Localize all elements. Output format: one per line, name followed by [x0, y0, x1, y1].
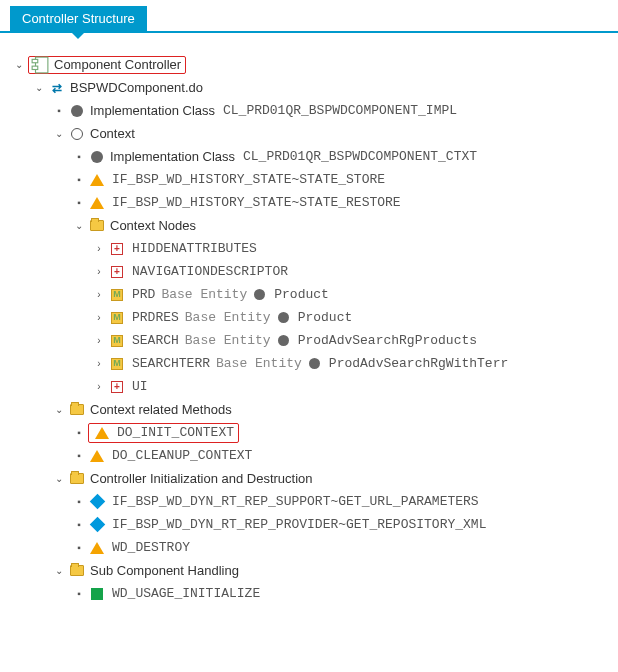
node-method[interactable]: IF_BSP_WD_DYN_RT_REP_PROVIDER~GET_REPOSI… [12, 513, 618, 536]
bullet-icon [72, 519, 86, 530]
method-name: IF_BSP_WD_DYN_RT_REP_SUPPORT~GET_URL_PAR… [108, 494, 479, 509]
base-entity-label: Base Entity [181, 333, 271, 348]
twisty-icon[interactable]: ⌄ [12, 59, 26, 70]
svg-rect-2 [32, 66, 38, 69]
expand-icon[interactable]: › [92, 335, 106, 346]
class-icon [68, 103, 86, 119]
node-method[interactable]: IF_BSP_WD_HISTORY_STATE~STATE_STORE [12, 168, 618, 191]
twisty-icon[interactable]: ⌄ [52, 473, 66, 484]
class-icon [309, 358, 320, 369]
expand-icon[interactable]: › [92, 312, 106, 323]
item-name: PRDRES [128, 310, 179, 325]
node-method[interactable]: WD_USAGE_INITIALIZE [12, 582, 618, 605]
node-label: Component Controller [52, 57, 183, 72]
twisty-icon[interactable]: ⌄ [52, 404, 66, 415]
method-name: WD_DESTROY [108, 540, 190, 555]
folder-icon [68, 563, 86, 579]
bullet-icon [72, 151, 86, 162]
item-name: PRD [128, 287, 155, 302]
expand-icon[interactable]: › [92, 243, 106, 254]
twisty-icon[interactable]: ⌄ [52, 128, 66, 139]
folder-icon [68, 402, 86, 418]
diamond-icon [88, 494, 106, 510]
tab-controller-structure[interactable]: Controller Structure [10, 6, 147, 31]
expand-icon[interactable]: › [92, 358, 106, 369]
class-icon [278, 312, 289, 323]
node-impl-class[interactable]: Implementation Class CL_PRD01QR_BSPWDCOM… [12, 99, 618, 122]
class-icon [278, 335, 289, 346]
node-label: Implementation Class [88, 103, 217, 118]
base-entity-label: Base Entity [181, 310, 271, 325]
context-node-item[interactable]: › + NAVIGATIONDESCRIPTOR [12, 260, 618, 283]
tab-bar: Controller Structure [0, 0, 618, 33]
twisty-icon[interactable]: ⌄ [72, 220, 86, 231]
context-node-item[interactable]: › M PRD Base Entity Product [12, 283, 618, 306]
node-context-impl[interactable]: Implementation Class CL_PRD01QR_BSPWDCOM… [12, 145, 618, 168]
bullet-icon [72, 174, 86, 185]
context-node-item[interactable]: › + HIDDENATTRIBUTES [12, 237, 618, 260]
node-method[interactable]: IF_BSP_WD_DYN_RT_REP_SUPPORT~GET_URL_PAR… [12, 490, 618, 513]
entity-name: Product [270, 287, 329, 302]
diamond-icon [88, 517, 106, 533]
node-context-methods[interactable]: ⌄ Context related Methods [12, 398, 618, 421]
method-name: IF_BSP_WD_HISTORY_STATE~STATE_STORE [108, 172, 385, 187]
entity-name: ProdAdvSearchRgProducts [294, 333, 477, 348]
item-name: SEARCHTERR [128, 356, 210, 371]
item-name: HIDDENATTRIBUTES [128, 241, 257, 256]
method-name: WD_USAGE_INITIALIZE [108, 586, 260, 601]
method-name: IF_BSP_WD_DYN_RT_REP_PROVIDER~GET_REPOSI… [108, 517, 486, 532]
bullet-icon [72, 496, 86, 507]
bullet-icon [52, 105, 66, 116]
twisty-icon[interactable]: ⌄ [32, 82, 46, 93]
component-icon [31, 57, 49, 73]
plus-icon: + [108, 264, 126, 280]
tree: ⌄ Component Controller ⌄ ⇄ BSPWDComponen… [0, 33, 618, 615]
item-name: NAVIGATIONDESCRIPTOR [128, 264, 288, 279]
m-icon: M [108, 333, 126, 349]
node-method[interactable]: IF_BSP_WD_HISTORY_STATE~STATE_RESTORE [12, 191, 618, 214]
node-context[interactable]: ⌄ Context [12, 122, 618, 145]
plus-icon: + [108, 379, 126, 395]
node-method[interactable]: DO_CLEANUP_CONTEXT [12, 444, 618, 467]
twisty-icon[interactable]: ⌄ [52, 565, 66, 576]
square-icon [88, 586, 106, 602]
triangle-icon [88, 540, 106, 556]
context-icon [68, 126, 86, 142]
node-label: Context [88, 126, 137, 141]
m-icon: M [108, 287, 126, 303]
node-method-do-init[interactable]: DO_INIT_CONTEXT [12, 421, 618, 444]
item-name: SEARCH [128, 333, 179, 348]
class-name: CL_PRD01QR_BSPWDCOMPONENT_IMPL [219, 103, 457, 118]
node-label: Implementation Class [108, 149, 237, 164]
do-icon: ⇄ [48, 80, 66, 96]
node-do[interactable]: ⌄ ⇄ BSPWDComponent.do [12, 76, 618, 99]
context-node-item[interactable]: › + UI [12, 375, 618, 398]
node-sub-comp[interactable]: ⌄ Sub Component Handling [12, 559, 618, 582]
node-label: Context related Methods [88, 402, 234, 417]
folder-icon [88, 218, 106, 234]
node-init-destroy[interactable]: ⌄ Controller Initialization and Destruct… [12, 467, 618, 490]
node-method[interactable]: WD_DESTROY [12, 536, 618, 559]
expand-icon[interactable]: › [92, 266, 106, 277]
triangle-icon [93, 425, 111, 441]
context-node-item[interactable]: › M SEARCHTERR Base Entity ProdAdvSearch… [12, 352, 618, 375]
bullet-icon [72, 197, 86, 208]
plus-icon: + [108, 241, 126, 257]
node-component-controller[interactable]: ⌄ Component Controller [12, 53, 618, 76]
class-name: CL_PRD01QR_BSPWDCOMPONENT_CTXT [239, 149, 477, 164]
expand-icon[interactable]: › [92, 381, 106, 392]
entity-name: Product [294, 310, 353, 325]
folder-icon [68, 471, 86, 487]
method-name: IF_BSP_WD_HISTORY_STATE~STATE_RESTORE [108, 195, 401, 210]
bullet-icon [72, 427, 86, 438]
class-icon [88, 149, 106, 165]
node-label: Controller Initialization and Destructio… [88, 471, 315, 486]
svg-rect-1 [32, 59, 38, 62]
context-node-item[interactable]: › M PRDRES Base Entity Product [12, 306, 618, 329]
node-context-nodes[interactable]: ⌄ Context Nodes [12, 214, 618, 237]
context-node-item[interactable]: › M SEARCH Base Entity ProdAdvSearchRgPr… [12, 329, 618, 352]
entity-name: ProdAdvSearchRgWithTerr [325, 356, 508, 371]
expand-icon[interactable]: › [92, 289, 106, 300]
class-icon [254, 289, 265, 300]
method-name: DO_CLEANUP_CONTEXT [108, 448, 252, 463]
